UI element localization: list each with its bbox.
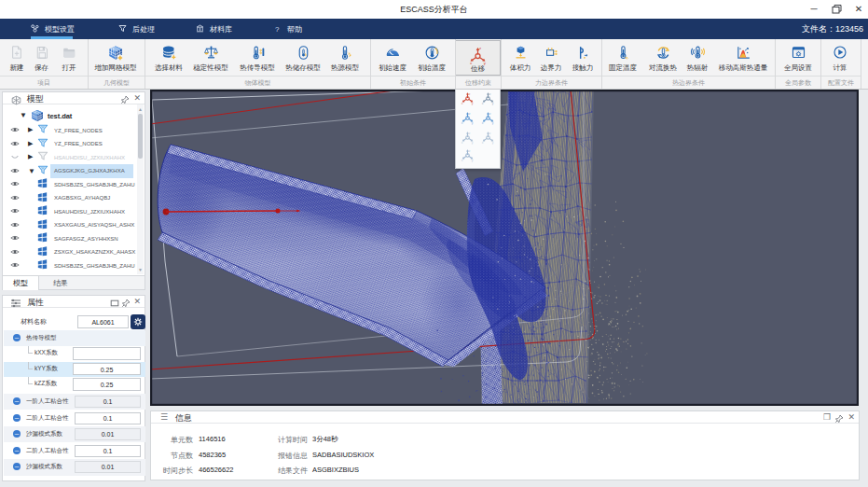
- svg-text:?: ?: [275, 25, 280, 34]
